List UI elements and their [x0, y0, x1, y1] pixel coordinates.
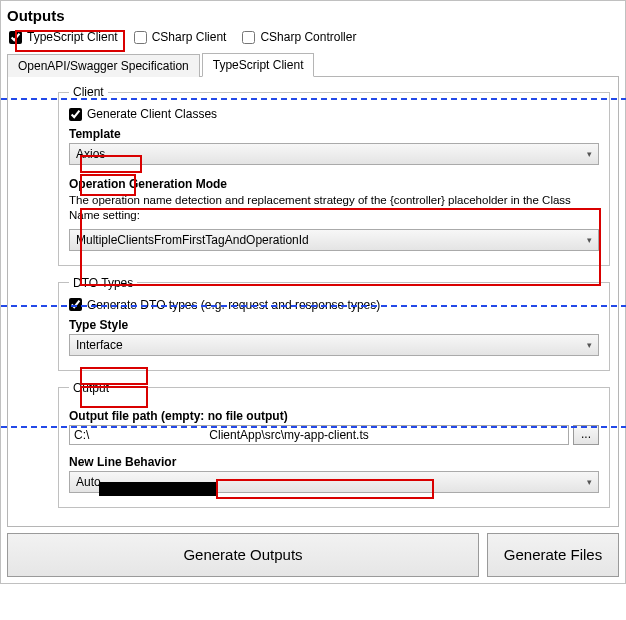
typestyle-combobox[interactable]: Interface ▾	[69, 334, 599, 356]
chevron-down-icon: ▾	[587, 340, 592, 350]
generate-dto-input[interactable]	[69, 298, 82, 311]
typescript-client-checkbox[interactable]: TypeScript Client	[9, 30, 118, 44]
tabstrip: OpenAPI/Swagger Specification TypeScript…	[7, 52, 619, 77]
browse-button[interactable]: ...	[573, 425, 599, 445]
opgen-description: The operation name detection and replace…	[69, 193, 599, 223]
generate-files-button[interactable]: Generate Files	[487, 533, 619, 577]
template-value: Axios	[76, 147, 105, 161]
chevron-down-icon: ▾	[587, 477, 592, 487]
chevron-down-icon: ▾	[587, 235, 592, 245]
outputs-panel: Outputs TypeScript Client CSharp Client …	[0, 0, 626, 584]
newline-value: Auto	[76, 475, 101, 489]
opgen-combobox[interactable]: MultipleClientsFromFirstTagAndOperationI…	[69, 229, 599, 251]
typestyle-label: Type Style	[69, 318, 599, 332]
chevron-down-icon: ▾	[587, 149, 592, 159]
client-group: Client Generate Client Classes Template …	[58, 85, 610, 266]
opgen-value: MultipleClientsFromFirstTagAndOperationI…	[76, 233, 309, 247]
template-combobox[interactable]: Axios ▾	[69, 143, 599, 165]
button-bar: Generate Outputs Generate Files	[7, 533, 619, 577]
redaction-box	[99, 482, 216, 496]
generate-dto-label: Generate DTO types (e.g. request and res…	[87, 298, 380, 312]
generate-outputs-button[interactable]: Generate Outputs	[7, 533, 479, 577]
typestyle-value: Interface	[76, 338, 123, 352]
tab-openapi-swagger[interactable]: OpenAPI/Swagger Specification	[7, 54, 200, 77]
typescript-client-checkbox-input[interactable]	[9, 31, 22, 44]
csharp-controller-checkbox-input[interactable]	[242, 31, 255, 44]
generate-client-classes-checkbox[interactable]: Generate Client Classes	[69, 107, 599, 121]
csharp-controller-checkbox[interactable]: CSharp Controller	[242, 30, 356, 44]
generate-dto-checkbox[interactable]: Generate DTO types (e.g. request and res…	[69, 298, 599, 312]
csharp-client-checkbox[interactable]: CSharp Client	[134, 30, 227, 44]
output-type-checkboxes: TypeScript Client CSharp Client CSharp C…	[7, 28, 619, 50]
csharp-client-checkbox-input[interactable]	[134, 31, 147, 44]
dto-group-legend: DTO Types	[69, 276, 137, 290]
typescript-client-checkbox-label: TypeScript Client	[27, 30, 118, 44]
opgen-label: Operation Generation Mode	[69, 177, 599, 191]
client-group-legend: Client	[69, 85, 108, 99]
output-group-legend: Output	[69, 381, 113, 395]
typescript-client-tab-panel: Client Generate Client Classes Template …	[7, 77, 619, 527]
output-path-input[interactable]	[69, 425, 569, 445]
csharp-controller-checkbox-label: CSharp Controller	[260, 30, 356, 44]
tab-typescript-client[interactable]: TypeScript Client	[202, 53, 315, 77]
generate-client-classes-input[interactable]	[69, 108, 82, 121]
output-path-label: Output file path (empty: no file output)	[69, 409, 599, 423]
dto-group: DTO Types Generate DTO types (e.g. reque…	[58, 276, 610, 371]
outputs-title: Outputs	[7, 7, 619, 24]
csharp-client-checkbox-label: CSharp Client	[152, 30, 227, 44]
template-label: Template	[69, 127, 599, 141]
newline-label: New Line Behavior	[69, 455, 599, 469]
generate-client-classes-label: Generate Client Classes	[87, 107, 217, 121]
